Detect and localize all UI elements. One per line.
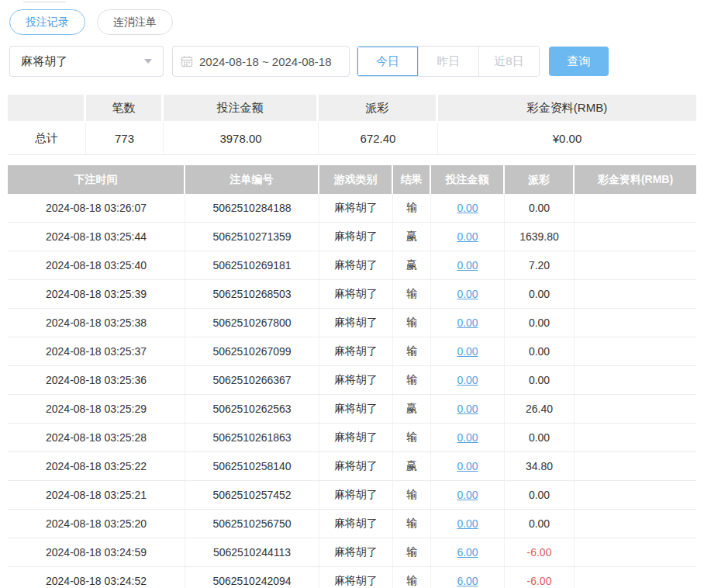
bet-amount-link[interactable]: 0.00 [457,202,478,214]
cell-order-no: 5062510269181 [185,251,319,280]
cell-payout: 0.00 [505,366,575,395]
cell-bonus [575,567,696,588]
cell-order-no: 5062510271359 [185,223,319,251]
summary-total-label: 总计 [8,123,86,155]
cell-bonus [575,538,696,567]
quick-button-yesterday[interactable]: 昨日 [418,47,478,76]
table-row: 2024-08-18 03:24:52 5062510242094 麻将胡了 输… [8,567,696,588]
date-range-picker[interactable]: 2024-08-18 ~ 2024-08-18 [172,46,350,77]
bet-amount-link[interactable]: 0.00 [457,288,478,300]
quick-button-last8days[interactable]: 近8日 [478,47,539,76]
cell-payout: 7.20 [505,251,575,280]
cell-payout: 0.00 [505,510,575,538]
game-select[interactable]: 麻将胡了 [9,46,164,77]
table-row: 2024-08-18 03:25:39 5062510268503 麻将胡了 输… [8,280,696,309]
bet-amount-link[interactable]: 0.00 [457,431,478,444]
summary-total-bet-amount: 3978.00 [164,123,319,155]
cell-bonus [575,280,696,309]
cell-bet-time: 2024-08-18 03:26:07 [8,194,185,223]
cell-bet-amount: 0.00 [431,251,505,280]
cell-payout: 0.00 [505,481,575,510]
header-result: 结果 [393,165,431,194]
bet-amount-link[interactable]: 6.00 [457,546,478,559]
cell-result: 输 [393,309,431,337]
cell-game-type: 麻将胡了 [319,194,393,223]
cell-bonus [575,366,696,395]
filter-bar: 麻将胡了 2024-08-18 ~ 2024-08-18 今日 昨日 近8日 查… [9,46,704,77]
date-range-value: 2024-08-18 ~ 2024-08-18 [199,55,332,68]
cell-payout: -6.00 [505,538,575,567]
table-row: 2024-08-18 03:25:29 5062510262563 麻将胡了 赢… [8,395,696,424]
cell-bet-amount: 6.00 [431,567,505,588]
cell-bet-amount: 0.00 [431,424,505,452]
cell-order-no: 5062510266367 [185,366,319,395]
cell-result: 输 [393,366,431,395]
bet-amount-link[interactable]: 0.00 [457,259,478,272]
summary-header-row: 笔数 投注金额 派彩 彩金资料(RMB) [8,95,696,123]
cell-bet-amount: 0.00 [431,194,505,223]
header-bet-time: 下注时间 [8,165,185,194]
cell-game-type: 麻将胡了 [319,251,393,280]
cell-bonus [575,481,696,510]
bet-amount-link[interactable]: 0.00 [457,517,478,530]
cell-bet-time: 2024-08-18 03:25:20 [8,510,185,538]
cell-game-type: 麻将胡了 [319,452,393,481]
cell-bonus [575,337,696,366]
cell-order-no: 5062510256750 [185,510,319,538]
bet-amount-link[interactable]: 0.00 [457,374,478,386]
bet-amount-link[interactable]: 0.00 [457,460,478,472]
cell-order-no: 5062510262563 [185,395,319,424]
cell-bet-time: 2024-08-18 03:25:22 [8,452,185,481]
bet-amount-link[interactable]: 0.00 [457,403,478,415]
cell-game-type: 麻将胡了 [319,567,393,588]
table-row: 2024-08-18 03:25:20 5062510256750 麻将胡了 输… [8,510,696,538]
bet-amount-link[interactable]: 0.00 [457,345,478,358]
cell-result: 输 [393,481,431,510]
cell-bet-amount: 0.00 [431,510,505,538]
cell-payout: 34.80 [505,452,575,481]
cell-game-type: 麻将胡了 [319,280,393,309]
header-payout: 派彩 [505,165,575,194]
summary-header-payout: 派彩 [319,95,438,123]
cell-game-type: 麻将胡了 [319,395,393,424]
cell-bonus [575,194,696,223]
summary-total-row: 总计 773 3978.00 672.40 ¥0.00 [8,123,696,155]
tab-bet-records[interactable]: 投注记录 [9,9,85,35]
cell-result: 输 [393,538,431,567]
cell-payout: 0.00 [505,424,575,452]
cell-order-no: 5062510257452 [185,481,319,510]
table-row: 2024-08-18 03:25:37 5062510267099 麻将胡了 输… [8,337,696,366]
cell-order-no: 5062510258140 [185,452,319,481]
chevron-down-icon [144,59,152,64]
cell-result: 输 [393,424,431,452]
bet-amount-link[interactable]: 0.00 [457,316,478,329]
cell-result: 赢 [393,223,431,251]
cell-bet-time: 2024-08-18 03:25:21 [8,481,185,510]
summary-header-bonus: 彩金资料(RMB) [438,95,696,123]
cell-bonus [575,251,696,280]
cell-bonus [575,424,696,452]
cell-bet-amount: 0.00 [431,223,505,251]
bet-amount-link[interactable]: 0.00 [457,230,478,243]
tab-cancelled-orders[interactable]: 连消注单 [97,9,173,35]
cell-payout: 0.00 [505,194,575,223]
bet-amount-link[interactable]: 6.00 [457,575,478,587]
bet-amount-link[interactable]: 0.00 [457,489,478,501]
cell-game-type: 麻将胡了 [319,424,393,452]
cell-bonus [575,223,696,251]
search-button[interactable]: 查询 [549,47,609,76]
table-row: 2024-08-18 03:25:36 5062510266367 麻将胡了 输… [8,366,696,395]
header-game-type: 游戏类别 [319,165,393,194]
quick-button-today[interactable]: 今日 [357,47,418,76]
cell-bonus [575,510,696,538]
cell-order-no: 5062510267800 [185,309,319,337]
cell-result: 赢 [393,251,431,280]
cell-payout: 0.00 [505,309,575,337]
cell-bet-time: 2024-08-18 03:25:29 [8,395,185,424]
calendar-icon [181,55,193,67]
game-select-value: 麻将胡了 [21,54,67,69]
header-order-no: 注单编号 [185,165,319,194]
table-row: 2024-08-18 03:25:28 5062510261863 麻将胡了 输… [8,424,696,452]
cell-result: 输 [393,337,431,366]
table-row: 2024-08-18 03:25:38 5062510267800 麻将胡了 输… [8,309,696,337]
